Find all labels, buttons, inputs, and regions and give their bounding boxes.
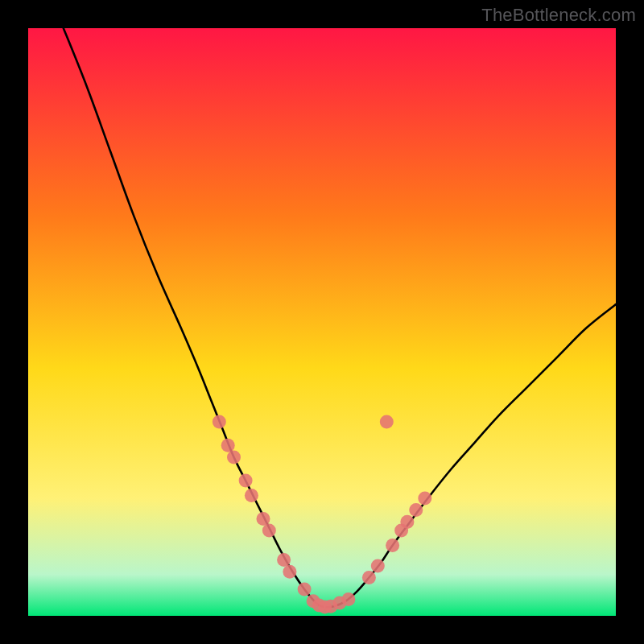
curve-marker: [341, 592, 355, 606]
curve-marker: [409, 503, 423, 517]
curve-marker: [386, 539, 399, 552]
curve-marker: [262, 524, 276, 538]
curve-marker: [362, 571, 376, 584]
curve-marker: [227, 450, 241, 464]
curve-marker: [418, 492, 431, 506]
curve-marker: [213, 415, 226, 429]
curve-marker: [245, 489, 258, 502]
curve-marker: [380, 415, 394, 429]
bottleneck-chart: [28, 28, 616, 616]
curve-marker: [371, 559, 385, 573]
curve-marker: [277, 553, 291, 567]
watermark-text: TheBottleneck.com: [481, 5, 636, 26]
plot-area: [28, 28, 616, 616]
curve-marker: [257, 512, 270, 526]
curve-marker: [298, 583, 312, 597]
gradient-background: [28, 28, 616, 616]
curve-marker: [400, 515, 414, 529]
curve-marker: [239, 474, 253, 488]
curve-marker: [221, 439, 235, 452]
curve-marker: [283, 565, 296, 579]
chart-frame: TheBottleneck.com: [0, 0, 644, 644]
